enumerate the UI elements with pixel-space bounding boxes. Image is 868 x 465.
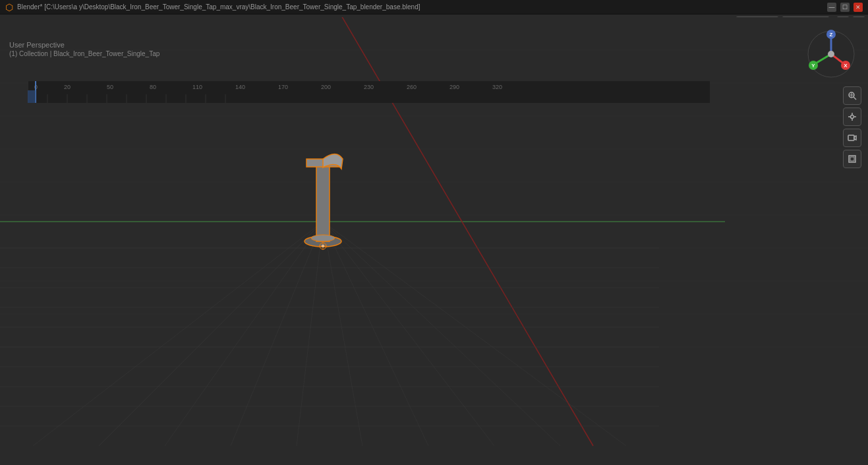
gizmo-widget[interactable]: Z X Y: [805, 49, 857, 80]
svg-text:X: X: [844, 63, 848, 69]
ortho-btn[interactable]: [843, 150, 861, 168]
svg-text:20: 20: [64, 84, 71, 90]
svg-text:230: 230: [364, 84, 374, 90]
main-content: ▣ Object Mode ▼ View Select Add Object ⊞…: [0, 49, 868, 450]
window-controls: — ☐ ✕: [827, 3, 863, 12]
timeline-ruler[interactable]: 0 20 50 80 110 140 170 200 230 260 290 3…: [28, 81, 710, 103]
viewport-3d[interactable]: User Perspective (1) Collection | Black_…: [0, 49, 868, 450]
svg-text:110: 110: [192, 84, 202, 90]
minimize-btn[interactable]: —: [827, 3, 836, 12]
close-btn[interactable]: ✕: [854, 3, 863, 12]
svg-text:290: 290: [449, 84, 459, 90]
viewport-overlays-tools: [843, 86, 861, 168]
svg-text:80: 80: [150, 84, 156, 90]
svg-point-114: [851, 115, 854, 119]
svg-rect-115: [848, 135, 854, 140]
window-title: Blender* [C:\Users\a y\Desktop\Black_Iro…: [17, 3, 827, 11]
svg-rect-92: [316, 162, 330, 241]
svg-text:140: 140: [235, 84, 245, 90]
blender-logo: ⬡: [5, 2, 13, 13]
zoom-to-fit-btn[interactable]: [843, 86, 861, 105]
svg-text:Y: Y: [811, 63, 815, 69]
svg-text:170: 170: [278, 84, 288, 90]
svg-text:320: 320: [492, 84, 502, 90]
svg-marker-116: [854, 136, 856, 140]
svg-text:200: 200: [321, 84, 331, 90]
pan-btn[interactable]: [843, 108, 861, 126]
svg-line-111: [854, 97, 856, 100]
viewport-column: ▣ Object Mode ▼ View Select Add Object ⊞…: [28, 49, 710, 450]
svg-point-94: [311, 235, 335, 241]
svg-point-109: [828, 51, 834, 57]
titlebar: ⬡ Blender* [C:\Users\a y\Desktop\Black_I…: [0, 0, 868, 15]
svg-rect-38: [0, 49, 868, 450]
svg-text:50: 50: [107, 84, 113, 90]
viewport-grid: [0, 49, 868, 450]
maximize-btn[interactable]: ☐: [840, 3, 850, 12]
camera-btn[interactable]: [843, 129, 861, 147]
svg-rect-118: [850, 157, 854, 161]
svg-text:260: 260: [407, 84, 417, 90]
